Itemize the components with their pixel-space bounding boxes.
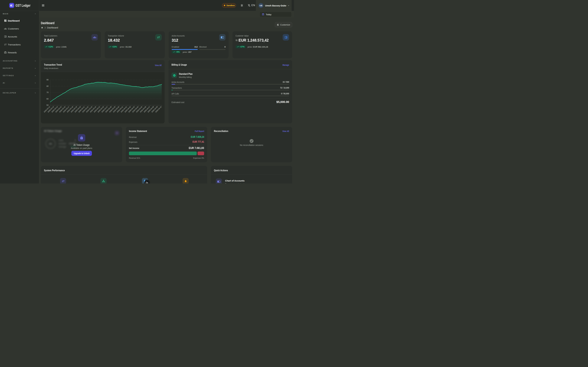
svg-text:70: 70 [46, 92, 49, 94]
svg-text:90: 90 [46, 79, 49, 81]
svg-text:80: 80 [46, 85, 49, 87]
svg-text:50: 50 [46, 104, 49, 106]
svg-text:60: 60 [46, 98, 49, 100]
